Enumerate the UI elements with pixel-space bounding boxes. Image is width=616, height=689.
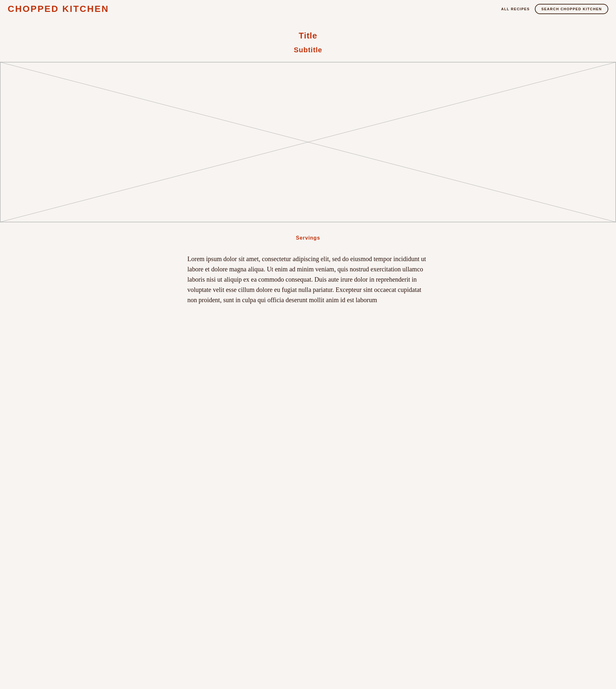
servings-label: Servings bbox=[188, 235, 428, 241]
main-nav: ALL RECIPES SEARCH CHOPPED KITCHEN bbox=[501, 4, 608, 14]
hero-image-placeholder bbox=[0, 62, 616, 222]
site-header: CHOPPED KITCHEN ALL RECIPES SEARCH CHOPP… bbox=[0, 0, 616, 18]
content-area: Servings Lorem ipsum dolor sit amet, con… bbox=[180, 222, 436, 318]
nav-all-recipes[interactable]: ALL RECIPES bbox=[501, 7, 530, 11]
page-subtitle: Subtitle bbox=[0, 46, 616, 54]
placeholder-image-svg bbox=[0, 62, 616, 222]
page-header: Title Subtitle bbox=[0, 18, 616, 62]
nav-search-button[interactable]: SEARCH CHOPPED KITCHEN bbox=[535, 4, 608, 14]
body-text: Lorem ipsum dolor sit amet, consectetur … bbox=[188, 254, 428, 305]
page-title: Title bbox=[0, 31, 616, 41]
site-logo[interactable]: CHOPPED KITCHEN bbox=[8, 4, 109, 14]
